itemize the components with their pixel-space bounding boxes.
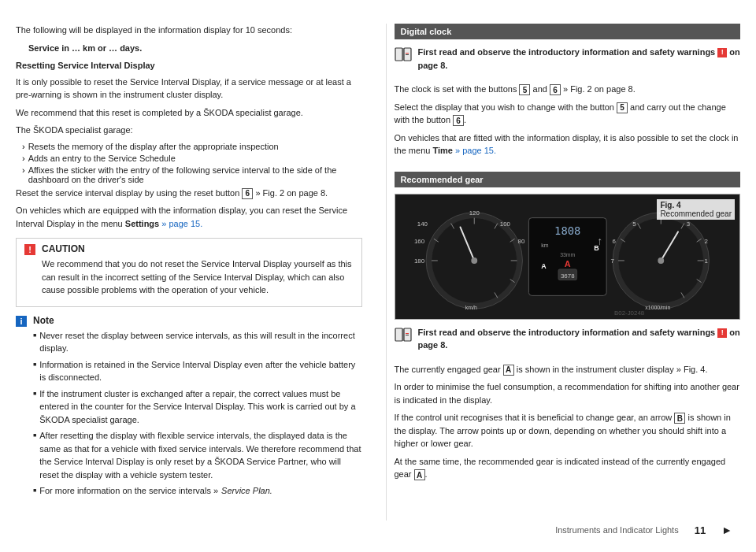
note-bullet-3: If the instrument cluster is exchanged a… bbox=[33, 387, 362, 427]
service-display-text: Service in … km or … days. bbox=[28, 42, 362, 55]
svg-text:3678: 3678 bbox=[560, 272, 574, 279]
btn-5-2: 5 bbox=[617, 102, 628, 113]
resetting-title: Resetting Service Interval Display bbox=[16, 59, 362, 72]
svg-text:100: 100 bbox=[499, 220, 510, 227]
svg-text:3: 3 bbox=[686, 220, 690, 227]
digital-clock-header: Digital clock bbox=[395, 24, 741, 39]
bullet-1: Resets the memory of the display after t… bbox=[22, 142, 362, 151]
svg-rect-62 bbox=[406, 335, 409, 335]
gear-label-b: B bbox=[674, 413, 685, 424]
svg-text:km/h: km/h bbox=[465, 305, 476, 310]
svg-text:1: 1 bbox=[704, 257, 707, 264]
note-title: Note bbox=[33, 315, 362, 326]
svg-point-56 bbox=[658, 257, 664, 263]
clock-para3: On vehicles that are fitted with the inf… bbox=[395, 132, 741, 157]
right-column: Digital clock First read and observe the… bbox=[386, 24, 741, 521]
specialist-title: The ŠKODA specialist garage: bbox=[16, 124, 362, 137]
caution-icon: ! bbox=[24, 244, 35, 255]
svg-text:↑: ↑ bbox=[597, 235, 602, 247]
resetting-para2: We recommend that this reset is complete… bbox=[16, 106, 362, 120]
bullet-3-text: Affixes the sticker with the entry of th… bbox=[28, 165, 362, 184]
intro-text: The following will be displayed in the i… bbox=[16, 24, 362, 37]
svg-text:120: 120 bbox=[469, 209, 480, 216]
warning-icon-1: ! bbox=[717, 48, 727, 57]
svg-text:km: km bbox=[541, 243, 548, 248]
note-bullet-1: Never reset the display between service … bbox=[33, 329, 362, 355]
reset-text: Reset the service interval display by us… bbox=[16, 187, 362, 200]
btn-6-2: 6 bbox=[453, 115, 464, 126]
page-number: 11 bbox=[695, 524, 706, 536]
digital-clock-warning-text: First read and observe the introductory … bbox=[418, 46, 741, 72]
settings-link[interactable]: » page 15. bbox=[161, 219, 202, 228]
svg-rect-0 bbox=[395, 48, 402, 61]
left-column: The following will be displayed in the i… bbox=[16, 24, 370, 521]
caution-content: CAUTION We recommend that you do not res… bbox=[42, 243, 354, 302]
footer-label: Instruments and Indicator Lights bbox=[555, 525, 679, 535]
caution-box: ! CAUTION We recommend that you do not r… bbox=[16, 238, 362, 307]
nav-next-arrow[interactable]: ► bbox=[721, 524, 732, 536]
svg-text:140: 140 bbox=[417, 220, 428, 227]
note-bullet-4: After resetting the display with flexibl… bbox=[33, 429, 362, 481]
recommended-gear-section: Recommended gear bbox=[395, 172, 741, 481]
fig-caption: Fig. 4 Recommended gear bbox=[657, 199, 735, 220]
gear-warning-box: First read and observe the introductory … bbox=[395, 326, 741, 357]
svg-text:180: 180 bbox=[413, 257, 424, 264]
svg-text:A: A bbox=[541, 261, 547, 269]
caution-title: CAUTION bbox=[42, 243, 354, 254]
btn-5: 5 bbox=[519, 84, 530, 95]
svg-text:x1000/min: x1000/min bbox=[645, 305, 670, 310]
digital-clock-warning: First read and observe the introductory … bbox=[395, 46, 741, 76]
fig-caption-subtitle: Recommended gear bbox=[660, 209, 732, 218]
gear-para2: In order to minimise the fuel consumptio… bbox=[395, 380, 741, 406]
note-box: i Note Never reset the display between s… bbox=[16, 315, 362, 501]
svg-text:33mm: 33mm bbox=[560, 252, 575, 257]
svg-rect-3 bbox=[406, 53, 409, 54]
dashboard-image: 120 100 80 140 160 180 km/h 1808 km 33mm bbox=[395, 194, 741, 320]
clock-para1: The clock is set with the buttons 5 and … bbox=[395, 83, 741, 96]
svg-text:B02-J0248: B02-J0248 bbox=[614, 309, 645, 317]
resetting-para1: It is only possible to reset the Service… bbox=[16, 76, 362, 102]
book-icon bbox=[395, 47, 412, 61]
reset-btn-6: 6 bbox=[242, 188, 253, 199]
caution-text: We recommend that you do not reset the S… bbox=[42, 257, 354, 297]
note-bullet-5: For more information on the service inte… bbox=[33, 484, 362, 498]
gear-label-a2: A bbox=[414, 469, 425, 480]
svg-rect-4 bbox=[406, 54, 409, 55]
svg-text:6: 6 bbox=[612, 238, 616, 245]
warning-icon-2: ! bbox=[717, 328, 727, 338]
gear-para3: If the control unit recognises that it i… bbox=[395, 411, 741, 450]
recommended-gear-header: Recommended gear bbox=[395, 172, 741, 187]
reset-para2: On vehicles which are equipped with the … bbox=[16, 204, 362, 230]
svg-rect-61 bbox=[406, 333, 409, 334]
gear-warning-text: First read and observe the introductory … bbox=[418, 326, 741, 352]
book-icon-2 bbox=[395, 328, 412, 342]
svg-text:80: 80 bbox=[517, 238, 524, 245]
svg-text:5: 5 bbox=[632, 220, 636, 227]
fig-caption-title: Fig. 4 bbox=[660, 201, 732, 209]
gear-para4: At the same time, the recommended gear i… bbox=[395, 455, 741, 481]
page-footer: Instruments and Indicator Lights 11 ► bbox=[555, 524, 732, 536]
svg-text:160: 160 bbox=[413, 238, 424, 245]
gear-para1: The currently engaged gear A is shown in… bbox=[395, 363, 741, 376]
btn-6: 6 bbox=[550, 84, 561, 95]
bullet-3: Affixes the sticker with the entry of th… bbox=[22, 165, 362, 184]
clock-para2: Select the display that you wish to chan… bbox=[395, 101, 741, 127]
bullet-2: Adds an entry to the Service Schedule bbox=[22, 154, 362, 163]
note-icon: i bbox=[16, 316, 27, 327]
svg-text:2: 2 bbox=[704, 238, 707, 245]
svg-rect-58 bbox=[395, 328, 402, 341]
svg-text:A: A bbox=[564, 258, 570, 268]
note-bullet-2: Information is retained in the Service I… bbox=[33, 358, 362, 384]
svg-text:1808: 1808 bbox=[554, 224, 580, 237]
gear-label-a: A bbox=[503, 365, 514, 376]
note-content: Note Never reset the display between ser… bbox=[33, 315, 362, 501]
digital-clock-section: Digital clock First read and observe the… bbox=[395, 24, 741, 157]
svg-point-25 bbox=[471, 257, 477, 263]
time-link[interactable]: » page 15. bbox=[455, 146, 496, 155]
svg-text:7: 7 bbox=[610, 257, 613, 264]
